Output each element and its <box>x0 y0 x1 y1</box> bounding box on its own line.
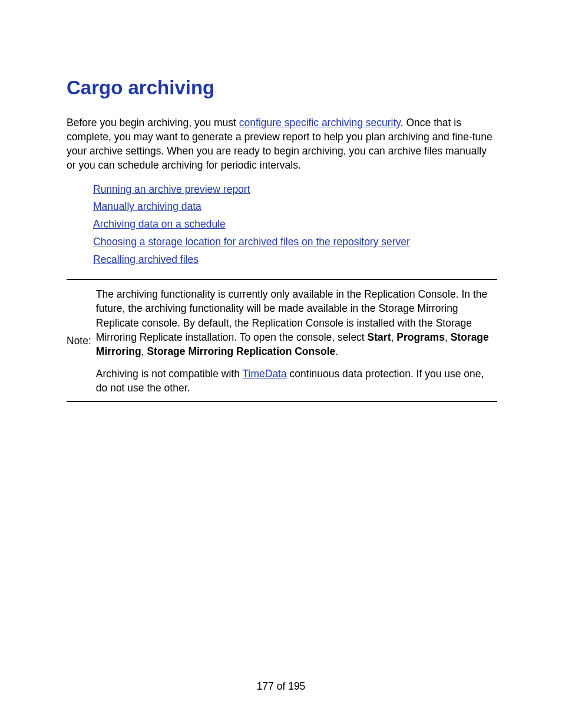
note-paragraph-2: Archiving is not compatible with TimeDat… <box>96 367 497 395</box>
topic-link-list: Running an archive preview report Manual… <box>67 181 497 269</box>
note-text: Archiving is not compatible with <box>96 368 243 380</box>
intro-paragraph: Before you begin archiving, you must con… <box>67 116 497 173</box>
intro-text-before: Before you begin archiving, you must <box>67 117 239 129</box>
page-number: 177 of 195 <box>0 680 562 693</box>
note-text: , <box>391 331 396 343</box>
note-text: , <box>445 331 451 343</box>
page-title: Cargo archiving <box>67 77 497 99</box>
link-configure-security[interactable]: configure specific archiving security <box>239 117 401 129</box>
link-schedule-archive[interactable]: Archiving data on a schedule <box>93 218 226 230</box>
note-body: The archiving functionality is currently… <box>96 287 497 395</box>
note-text: . <box>335 345 338 357</box>
note-block: Note: The archiving functionality is cur… <box>67 279 497 402</box>
link-preview-report[interactable]: Running an archive preview report <box>93 183 250 195</box>
bold-replication-console: Storage Mirroring Replication Console <box>147 345 335 357</box>
note-text: , <box>141 345 147 357</box>
note-label: Note: <box>67 335 96 347</box>
link-manual-archive[interactable]: Manually archiving data <box>93 200 201 212</box>
bold-start: Start <box>368 331 391 343</box>
note-paragraph-1: The archiving functionality is currently… <box>96 287 497 358</box>
link-timedata[interactable]: TimeData <box>243 368 287 380</box>
link-storage-location[interactable]: Choosing a storage location for archived… <box>93 236 410 248</box>
bold-programs: Programs <box>396 331 445 343</box>
link-recall-files[interactable]: Recalling archived files <box>93 253 199 265</box>
